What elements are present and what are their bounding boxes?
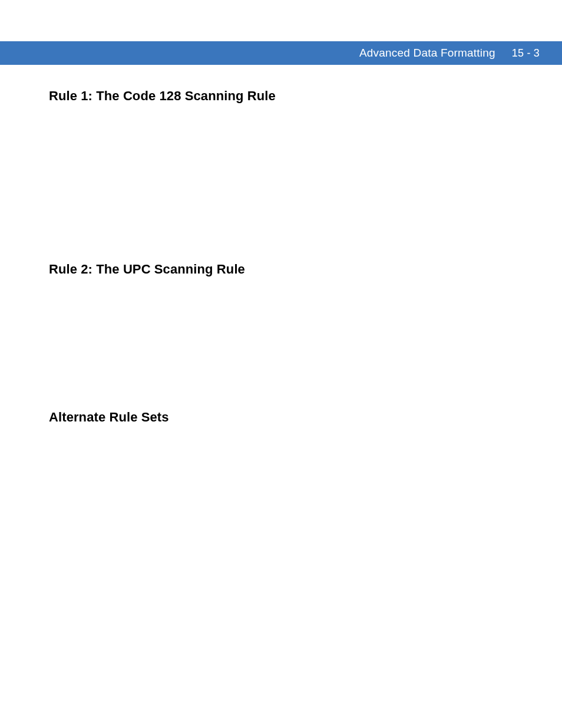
header-page-number: 15 - 3	[512, 47, 540, 60]
header-title: Advanced Data Formatting	[359, 47, 495, 60]
heading-rule-1: Rule 1: The Code 128 Scanning Rule	[49, 88, 514, 104]
heading-alternate-rule-sets: Alternate Rule Sets	[49, 410, 514, 425]
page-header: Advanced Data Formatting 15 - 3	[0, 41, 562, 65]
page-content: Rule 1: The Code 128 Scanning Rule Rule …	[49, 88, 514, 425]
heading-rule-2: Rule 2: The UPC Scanning Rule	[49, 262, 514, 277]
